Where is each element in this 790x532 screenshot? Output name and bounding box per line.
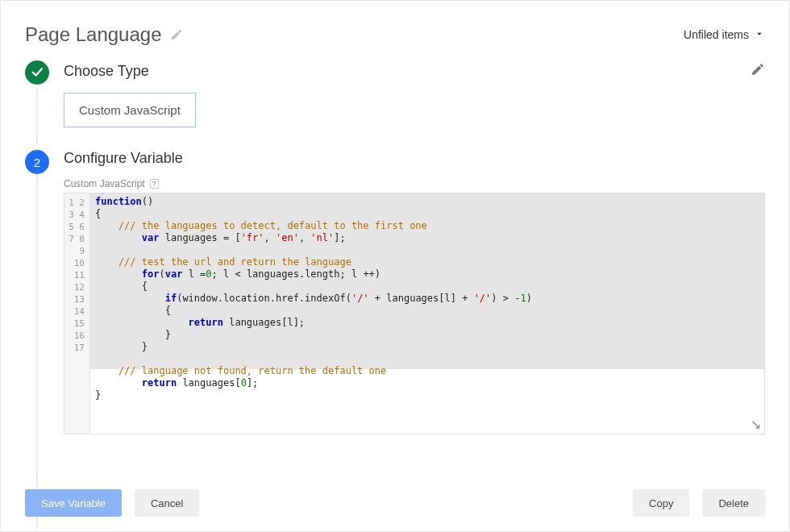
code-editor[interactable]: 1 2 3 4 5 6 7 8 9 10 11 12 13 14 15 16 1… [64, 193, 765, 434]
header-row: Page Language Unfiled items [25, 23, 765, 46]
variable-type-chip[interactable]: Custom JavaScript [64, 93, 196, 127]
step-number-badge: 2 [25, 150, 49, 174]
footer-left: Save Variable Cancel [25, 489, 199, 517]
code-field-label-row: Custom JavaScript ? [64, 178, 765, 189]
check-icon [30, 64, 44, 81]
variable-editor-panel: Page Language Unfiled items Choose Type [0, 0, 790, 532]
footer-right: Copy Delete [633, 489, 765, 517]
save-variable-button[interactable]: Save Variable [25, 489, 122, 517]
step1-header: Choose Type [64, 62, 765, 80]
step1-title: Choose Type [64, 63, 149, 80]
folder-label: Unfiled items [684, 28, 749, 41]
edit-step-icon[interactable] [750, 62, 765, 80]
step2-title: Configure Variable [64, 150, 183, 167]
step-complete-badge [25, 60, 49, 85]
code-area[interactable]: function() { /// the languages to detect… [90, 193, 764, 434]
help-icon[interactable]: ? [150, 179, 159, 189]
code-content[interactable]: function() { /// the languages to detect… [90, 193, 764, 404]
rename-icon[interactable] [170, 28, 183, 41]
cancel-button[interactable]: Cancel [135, 489, 199, 517]
title-wrap: Page Language [25, 23, 183, 46]
steps-container: Choose Type Custom JavaScript 2 Configur… [25, 62, 765, 434]
step-configure-variable: 2 Configure Variable Custom JavaScript ?… [25, 150, 765, 434]
delete-button[interactable]: Delete [702, 489, 765, 517]
code-field-label: Custom JavaScript [64, 178, 145, 189]
page-title: Page Language [25, 23, 162, 46]
step2-header: Configure Variable [64, 150, 765, 167]
chevron-down-icon [754, 28, 765, 42]
footer-actions: Save Variable Cancel Copy Delete [25, 489, 765, 517]
line-number-gutter: 1 2 3 4 5 6 7 8 9 10 11 12 13 14 15 16 1… [64, 193, 90, 434]
folder-dropdown[interactable]: Unfiled items [684, 28, 765, 42]
step-choose-type: Choose Type Custom JavaScript [25, 62, 765, 127]
copy-button[interactable]: Copy [633, 489, 689, 517]
resize-handle-icon[interactable]: ↘ [750, 417, 761, 432]
